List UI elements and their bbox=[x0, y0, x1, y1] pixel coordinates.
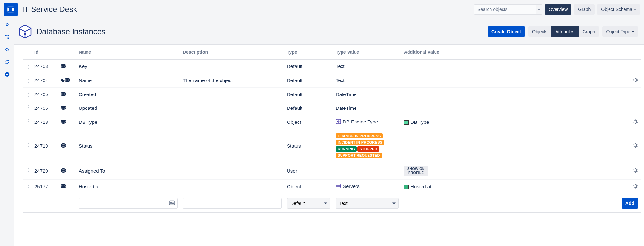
gear-icon[interactable] bbox=[632, 185, 638, 190]
tab-attributes[interactable]: Attributes bbox=[551, 26, 578, 37]
status-badge: CHANGE IN PROGRESS bbox=[336, 133, 383, 138]
drag-handle-icon[interactable] bbox=[26, 119, 29, 124]
cell-name[interactable]: Assigned To bbox=[76, 162, 180, 180]
app-logo bbox=[4, 3, 18, 16]
cell-type: Default bbox=[284, 101, 333, 115]
gear-icon[interactable] bbox=[632, 144, 638, 150]
cell-type-value: Text bbox=[333, 60, 401, 73]
cell-type: Object bbox=[284, 115, 333, 129]
overview-button[interactable]: Overview bbox=[545, 4, 571, 15]
svg-rect-14 bbox=[7, 6, 14, 8]
drag-handle-icon[interactable] bbox=[26, 77, 29, 83]
tree-icon[interactable] bbox=[4, 34, 10, 40]
svg-rect-16 bbox=[5, 35, 6, 36]
top-bar: IT Service Desk Overview Graph Object Sc… bbox=[0, 0, 644, 19]
add-attribute-row: Default Text Add bbox=[23, 194, 641, 213]
gear-icon[interactable] bbox=[632, 79, 638, 84]
cell-type-value: CHANGE IN PROGRESSINCIDENT IN PROGRESSRU… bbox=[333, 129, 401, 162]
sync-icon[interactable] bbox=[4, 59, 10, 65]
add-icon[interactable] bbox=[4, 71, 10, 78]
svg-rect-15 bbox=[7, 11, 14, 12]
cell-id: 24704 bbox=[32, 73, 58, 88]
gear-icon[interactable] bbox=[632, 169, 638, 175]
create-object-button[interactable]: Create Object bbox=[488, 26, 525, 37]
tab-objects[interactable]: Objects bbox=[528, 26, 551, 37]
view-toggle: Objects Attributes Graph bbox=[528, 26, 599, 37]
cell-type-value: DateTime bbox=[333, 101, 401, 115]
cell-name[interactable]: DB Type bbox=[76, 115, 180, 129]
table-row: 24704NameThe name of the objectDefaultTe… bbox=[23, 73, 641, 88]
cell-type: User bbox=[284, 162, 333, 180]
cell-description[interactable] bbox=[180, 115, 284, 129]
cell-description[interactable] bbox=[180, 129, 284, 162]
status-badge: SUPPORT REQUESTED bbox=[336, 153, 382, 158]
cell-additional-value bbox=[401, 101, 619, 115]
card-icon bbox=[169, 200, 175, 207]
cell-id: 24720 bbox=[32, 162, 58, 180]
tab-graph[interactable]: Graph bbox=[579, 26, 599, 37]
cell-description[interactable] bbox=[180, 162, 284, 180]
collapse-icon[interactable] bbox=[4, 46, 10, 53]
svg-rect-13 bbox=[9, 8, 12, 11]
add-button[interactable]: Add bbox=[622, 198, 638, 209]
col-description: Description bbox=[180, 45, 284, 60]
col-type: Type bbox=[284, 45, 333, 60]
cell-type-value: Text bbox=[333, 73, 401, 88]
cell-type: Status bbox=[284, 129, 333, 162]
col-name: Name bbox=[76, 45, 180, 60]
database-icon bbox=[60, 64, 66, 69]
svg-rect-21 bbox=[25, 31, 25, 33]
caret-down-icon bbox=[634, 9, 636, 10]
graph-button[interactable]: Graph bbox=[574, 4, 595, 15]
new-type-select[interactable]: Default bbox=[287, 198, 330, 209]
drag-handle-icon[interactable] bbox=[26, 63, 29, 69]
expand-icon[interactable] bbox=[4, 22, 10, 28]
cell-name[interactable]: Created bbox=[76, 88, 180, 101]
cell-type: Default bbox=[284, 60, 333, 73]
new-type-value-select[interactable]: Text bbox=[336, 198, 399, 209]
search-input[interactable] bbox=[474, 4, 536, 15]
app-title: IT Service Desk bbox=[22, 5, 77, 14]
cell-id: 24703 bbox=[32, 60, 58, 73]
cell-name[interactable]: Status bbox=[76, 129, 180, 162]
table-row: 24705CreatedDefaultDateTime bbox=[23, 88, 641, 101]
cell-type-value: Servers bbox=[333, 180, 401, 194]
col-id: Id bbox=[32, 45, 58, 60]
drag-handle-icon[interactable] bbox=[26, 167, 29, 173]
cell-description[interactable] bbox=[180, 180, 284, 194]
cell-id: 24706 bbox=[32, 101, 58, 115]
cell-name[interactable]: Key bbox=[76, 60, 180, 73]
new-description-input[interactable] bbox=[183, 198, 282, 209]
status-badge: INCIDENT IN PROGRESS bbox=[336, 140, 384, 145]
database-icon bbox=[64, 78, 70, 83]
cell-name[interactable]: Updated bbox=[76, 101, 180, 115]
new-name-input[interactable] bbox=[79, 198, 178, 209]
cell-description[interactable] bbox=[180, 101, 284, 115]
cell-name[interactable]: Name bbox=[76, 73, 180, 88]
search-dropdown-toggle[interactable] bbox=[536, 4, 542, 15]
cell-additional-value bbox=[401, 73, 619, 88]
search-objects[interactable] bbox=[474, 4, 542, 15]
object-type-dropdown[interactable]: Object Type bbox=[602, 26, 638, 37]
cell-name[interactable]: Hosted at bbox=[76, 180, 180, 194]
cell-description[interactable] bbox=[180, 88, 284, 101]
drag-handle-icon[interactable] bbox=[26, 105, 29, 110]
left-rail bbox=[0, 19, 14, 246]
cell-id: 25177 bbox=[32, 180, 58, 194]
table-row: 25177Hosted atObjectServersHosted at bbox=[23, 180, 641, 194]
page-title: Database Instances bbox=[36, 27, 105, 36]
object-schema-dropdown[interactable]: Object Schema bbox=[597, 4, 640, 15]
cell-description[interactable]: The name of the object bbox=[180, 73, 284, 88]
server-icon bbox=[336, 183, 341, 189]
gear-icon[interactable] bbox=[632, 120, 638, 126]
drag-handle-icon[interactable] bbox=[26, 91, 29, 97]
database-icon bbox=[60, 143, 66, 149]
cell-id: 24718 bbox=[32, 115, 58, 129]
cell-description[interactable] bbox=[180, 60, 284, 73]
cell-type-value bbox=[333, 162, 401, 180]
table-row: 24718DB TypeObjectDB Engine TypeDB Type bbox=[23, 115, 641, 129]
color-chip bbox=[404, 120, 409, 125]
drag-handle-icon[interactable] bbox=[26, 183, 29, 189]
cell-additional-value bbox=[401, 88, 619, 101]
drag-handle-icon[interactable] bbox=[26, 142, 29, 148]
